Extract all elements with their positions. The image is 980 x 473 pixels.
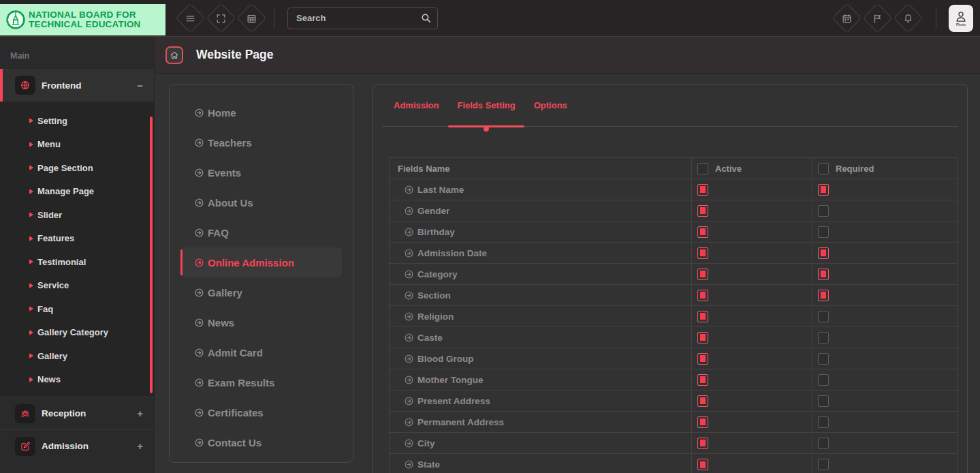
tabs-bar: AdmissionFields SettingOptions	[382, 85, 958, 127]
required-checkbox-city[interactable]	[818, 438, 829, 449]
table-row-admission-date: Admission Date	[390, 243, 958, 264]
page-nav-item-online-admission[interactable]: Online Admission	[180, 247, 342, 277]
required-checkbox-gender[interactable]	[818, 205, 829, 217]
field-name: Admission Date	[390, 243, 691, 263]
table-row-mother-tongue: Mother Tongue	[390, 369, 958, 391]
active-checkbox-gender[interactable]	[697, 205, 708, 217]
active-checkbox-mother-tongue[interactable]	[697, 374, 708, 386]
required-checkbox-birthday[interactable]	[818, 226, 829, 238]
active-checkbox-category[interactable]	[697, 269, 708, 280]
sidebar-item-features[interactable]: Features	[0, 227, 154, 251]
page-nav-item-exam-results[interactable]: Exam Results	[180, 367, 342, 397]
grid-icon[interactable]	[237, 3, 267, 33]
field-name: State	[390, 454, 691, 473]
arrow-circle-icon	[404, 290, 414, 301]
arrow-circle-icon	[404, 248, 414, 258]
tab-admission[interactable]: Admission	[394, 85, 439, 126]
table-row-religion: Religion	[390, 306, 958, 327]
page-nav-item-faq[interactable]: FAQ	[180, 217, 342, 247]
sidebar-item-slider[interactable]: Slider	[0, 203, 154, 227]
sidebar-scrollbar[interactable]	[150, 117, 153, 393]
active-checkbox-present-address[interactable]	[697, 395, 708, 407]
active-checkbox-last-name[interactable]	[697, 184, 708, 196]
sidebar-group-label: Admission	[42, 441, 89, 451]
bell-icon[interactable]	[894, 3, 923, 33]
arrow-circle-icon	[194, 138, 204, 148]
sidebar-group-reception[interactable]: Reception+	[0, 397, 154, 429]
sidebar-group-frontend[interactable]: Frontend−	[0, 69, 154, 102]
active-checkbox-permanent-address[interactable]	[697, 416, 708, 428]
page-nav-item-admit-card[interactable]: Admit Card	[180, 337, 342, 367]
arrow-circle-icon	[404, 459, 414, 470]
active-checkbox-admission-date[interactable]	[697, 247, 708, 259]
column-header-fields-name: Fields Name	[390, 158, 691, 179]
arrow-circle-icon	[404, 206, 414, 216]
caret-right-icon	[29, 353, 33, 358]
active-checkbox-blood-group[interactable]	[697, 353, 708, 365]
home-icon[interactable]	[165, 46, 183, 64]
search-icon[interactable]	[420, 12, 432, 24]
field-name: City	[390, 433, 691, 453]
required-header-checkbox[interactable]	[818, 163, 829, 174]
required-checkbox-category[interactable]	[818, 269, 829, 280]
fullscreen-icon[interactable]	[206, 3, 236, 33]
page-nav-item-contact-us[interactable]: Contact Us	[180, 427, 342, 457]
page-nav-item-gallery[interactable]: Gallery	[180, 277, 342, 307]
flag-icon[interactable]	[863, 3, 893, 33]
tab-fields-setting[interactable]: Fields Setting	[457, 85, 515, 126]
field-name: Blood Group	[390, 348, 691, 369]
caret-right-icon	[29, 259, 33, 264]
page-nav-item-certificates[interactable]: Certificates	[180, 397, 342, 427]
sidebar: Main Frontend−SettingMenuPage SectionMan…	[0, 37, 155, 473]
calendar-icon[interactable]	[832, 3, 862, 33]
page-nav-item-events[interactable]: Events	[180, 157, 342, 187]
sidebar-item-service[interactable]: Service	[0, 274, 154, 298]
field-name: Category	[390, 264, 691, 284]
required-checkbox-permanent-address[interactable]	[818, 416, 829, 428]
active-checkbox-state[interactable]	[697, 459, 708, 470]
required-checkbox-section[interactable]	[818, 290, 829, 301]
required-checkbox-last-name[interactable]	[818, 184, 829, 196]
field-name: Mother Tongue	[390, 369, 691, 390]
active-checkbox-caste[interactable]	[697, 332, 708, 344]
sidebar-item-gallery[interactable]: Gallery	[0, 344, 154, 368]
sidebar-item-setting[interactable]: Setting	[0, 109, 154, 133]
sidebar-item-manage-page[interactable]: Manage Page	[0, 180, 154, 204]
required-checkbox-mother-tongue[interactable]	[818, 374, 829, 386]
app-logo[interactable]: NATIONAL BOARD FOR TECHNICAL EDUCATION	[0, 4, 165, 35]
active-header-checkbox[interactable]	[697, 163, 708, 174]
sidebar-item-gallery-category[interactable]: Gallery Category	[0, 321, 154, 345]
page-nav-item-teachers[interactable]: Teachers	[180, 127, 342, 157]
search-input[interactable]	[287, 7, 438, 29]
menu-icon[interactable]	[176, 3, 206, 33]
user-avatar[interactable]: Photo	[949, 5, 973, 32]
arrow-circle-icon	[194, 288, 204, 298]
person-icon	[954, 10, 968, 23]
tab-options[interactable]: Options	[534, 85, 567, 126]
sidebar-item-testimonial[interactable]: Testimonial	[0, 250, 154, 274]
active-checkbox-religion[interactable]	[697, 311, 708, 322]
active-checkbox-section[interactable]	[697, 290, 708, 301]
sidebar-item-news[interactable]: News	[0, 368, 154, 392]
table-row-caste: Caste	[390, 327, 958, 348]
page-nav-item-home[interactable]: Home	[180, 97, 342, 127]
sidebar-item-menu[interactable]: Menu	[0, 133, 154, 157]
page-nav-item-about-us[interactable]: About Us	[180, 187, 342, 217]
page-nav-item-news[interactable]: News	[180, 307, 342, 337]
table-row-gender: Gender	[390, 200, 958, 222]
sidebar-item-page-section[interactable]: Page Section	[0, 156, 154, 180]
active-checkbox-birthday[interactable]	[697, 226, 708, 238]
required-checkbox-religion[interactable]	[818, 311, 829, 322]
required-checkbox-present-address[interactable]	[818, 395, 829, 407]
sidebar-group-admission[interactable]: Admission+	[0, 429, 154, 462]
required-checkbox-caste[interactable]	[818, 332, 829, 344]
required-checkbox-state[interactable]	[818, 459, 829, 470]
required-checkbox-admission-date[interactable]	[818, 247, 829, 259]
page-title: Website Page	[196, 48, 273, 62]
active-checkbox-city[interactable]	[697, 438, 708, 449]
breadcrumb: Website Page	[155, 37, 980, 73]
required-checkbox-blood-group[interactable]	[818, 353, 829, 365]
caret-right-icon	[29, 118, 33, 123]
sidebar-item-faq[interactable]: Faq	[0, 297, 154, 321]
top-header: NATIONAL BOARD FOR TECHNICAL EDUCATION P…	[0, 0, 980, 37]
